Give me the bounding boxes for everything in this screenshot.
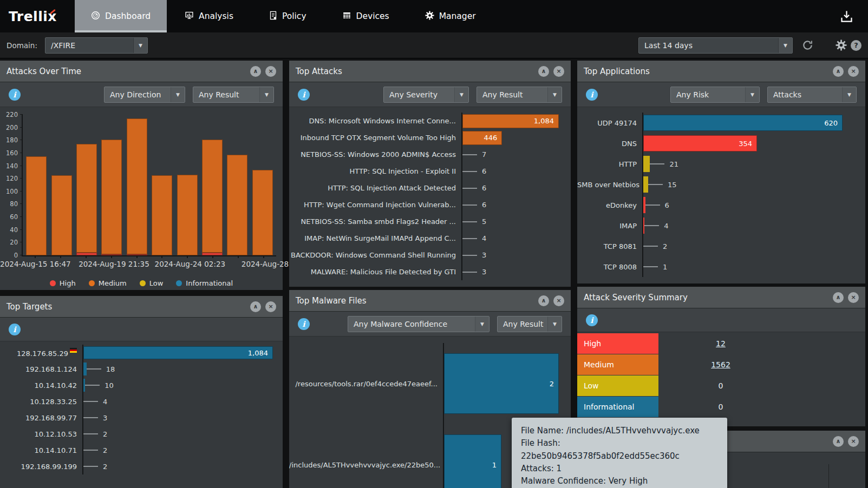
column-bar[interactable] — [177, 175, 198, 255]
row-label: 192.168.1.124 — [0, 365, 82, 373]
bar-area: 1,084 — [82, 345, 274, 361]
trellix-logo: Trellix — [9, 9, 68, 24]
bar-value: 620 — [824, 119, 842, 127]
gear-icon[interactable] — [836, 39, 847, 51]
bar-DNS: Microsoft Windows Internet Conne...[interactable]: 1,084 — [462, 114, 559, 128]
bar-value: 10 — [105, 381, 114, 390]
info-icon[interactable]: i — [586, 89, 598, 101]
severity-count-link[interactable]: 1562 — [711, 360, 730, 369]
value-stem — [83, 433, 98, 434]
chart-row: TCP 80081 — [577, 256, 865, 277]
severity-row: Medium1562 — [577, 354, 865, 375]
y-axis-tick-label: 200 — [6, 124, 18, 131]
download-icon[interactable] — [839, 9, 854, 24]
chart-row: IMAP: NetWin SurgeMail IMAPd Append C...… — [289, 230, 571, 247]
bar-value: 6 — [482, 167, 486, 175]
close-icon[interactable]: × — [265, 66, 276, 77]
panel-top-targets: Top Targets ∧ × i 128.176.85.291,084192.… — [0, 296, 283, 488]
result-select[interactable]: Any Result ▼ — [477, 87, 562, 103]
time-range-select[interactable]: Last 14 days ▼ — [638, 37, 793, 54]
chart-row: UDP 49174620 — [577, 113, 865, 133]
bar-value: 4 — [103, 398, 107, 406]
column-bar[interactable] — [227, 155, 247, 255]
bar-value: 446 — [484, 134, 501, 142]
germany-flag-icon — [70, 348, 77, 353]
value-stem — [87, 368, 101, 370]
column-bar[interactable] — [252, 170, 273, 255]
result-select[interactable]: Any Result ▼ — [193, 87, 274, 103]
value-stem — [462, 171, 477, 172]
x-axis-tick — [187, 255, 188, 258]
column-bar[interactable] — [76, 144, 97, 255]
bar-/includes/AL5THvvehvvvajyc.exe/22be50...[interactable]: 1 — [444, 434, 501, 488]
tab-manager[interactable]: Manager — [407, 0, 494, 32]
policy-document-icon — [269, 11, 277, 22]
result-select[interactable]: Any Result ▼ — [497, 316, 562, 332]
severity-count-link[interactable]: 12 — [716, 339, 726, 348]
tab-analysis[interactable]: Analysis — [167, 0, 251, 32]
y-axis-tick-label: 40 — [10, 226, 18, 234]
row-label: DNS: Microsoft Windows Internet Conne... — [289, 117, 461, 125]
column-bar[interactable] — [127, 118, 147, 255]
metric-select[interactable]: Attacks ▼ — [767, 87, 857, 103]
severity-select[interactable]: Any Severity ▼ — [383, 87, 469, 103]
column-bar[interactable] — [152, 175, 172, 255]
domain-select[interactable]: /XFIRE ▼ — [45, 37, 148, 54]
malware-confidence-select[interactable]: Any Malware Confidence ▼ — [348, 316, 490, 332]
collapse-icon[interactable]: ∧ — [833, 436, 844, 447]
bar-128.176.85.29[interactable]: 1,084 — [83, 346, 273, 359]
close-icon[interactable]: × — [848, 66, 859, 77]
row-label: 10.14.10.71 — [0, 446, 82, 454]
collapse-icon[interactable]: ∧ — [538, 295, 549, 306]
column-bar[interactable] — [101, 140, 122, 255]
row-label: IMAP — [577, 222, 642, 230]
bar-DNS[interactable]: 354 — [643, 135, 757, 151]
risk-select[interactable]: Any Risk ▼ — [670, 87, 760, 103]
column-bar[interactable] — [26, 156, 47, 255]
filter-bar: i — [577, 308, 865, 332]
close-icon[interactable]: × — [265, 301, 276, 312]
close-icon[interactable]: × — [848, 436, 859, 447]
domain-label: Domain: — [6, 41, 37, 50]
chart-row: SMB over Netbios15 — [577, 174, 865, 195]
row-label: eDonkey — [577, 201, 642, 209]
tab-dashboard[interactable]: Dashboard — [75, 0, 167, 32]
info-icon[interactable]: i — [9, 324, 21, 335]
help-icon[interactable]: ? — [851, 40, 862, 51]
collapse-icon[interactable]: ∧ — [833, 292, 844, 303]
info-icon[interactable]: i — [298, 89, 310, 101]
direction-select[interactable]: Any Direction ▼ — [104, 87, 185, 103]
collapse-icon[interactable]: ∧ — [250, 66, 261, 77]
bar-area: 620 — [642, 113, 844, 133]
close-icon[interactable]: × — [553, 66, 564, 77]
collapse-icon[interactable]: ∧ — [250, 301, 261, 312]
bar-UDP 49174[interactable]: 620 — [643, 115, 843, 131]
collapse-icon[interactable]: ∧ — [538, 66, 549, 77]
tab-policy[interactable]: Policy — [251, 0, 324, 32]
refresh-icon[interactable] — [801, 39, 814, 51]
info-icon[interactable]: i — [586, 314, 598, 326]
bar-HTTP[interactable] — [643, 156, 650, 172]
x-axis-tick — [60, 255, 61, 258]
info-icon[interactable]: i — [298, 318, 310, 330]
x-axis-tick-label: 2024-Aug-15 16:47 — [0, 260, 71, 268]
tab-devices[interactable]: Devices — [324, 0, 407, 32]
bar-/resources/tools.rar/0ef4ccede47eaeef...[interactable]: 2 — [444, 353, 559, 414]
close-icon[interactable]: × — [848, 292, 859, 303]
bar-Inbound TCP OTX Segment Volume Too High[interactable]: 446 — [462, 131, 502, 145]
x-axis-tick — [161, 255, 162, 258]
bar-SMB over Netbios[interactable] — [643, 176, 648, 193]
bar-area: 2 — [443, 343, 560, 424]
bar-area: 2 — [82, 426, 274, 442]
collapse-icon[interactable]: ∧ — [833, 66, 844, 77]
segment-medium — [101, 140, 122, 254]
chart-row: IMAP4 — [577, 215, 865, 236]
bar-area: 10 — [82, 377, 274, 393]
column-bar[interactable] — [51, 175, 72, 255]
x-axis-tick — [86, 255, 87, 258]
column-bar[interactable] — [202, 140, 223, 255]
close-icon[interactable]: × — [553, 295, 564, 306]
chart-row: eDonkey6 — [577, 195, 865, 215]
value-stem — [83, 450, 98, 451]
info-icon[interactable]: i — [9, 89, 21, 101]
